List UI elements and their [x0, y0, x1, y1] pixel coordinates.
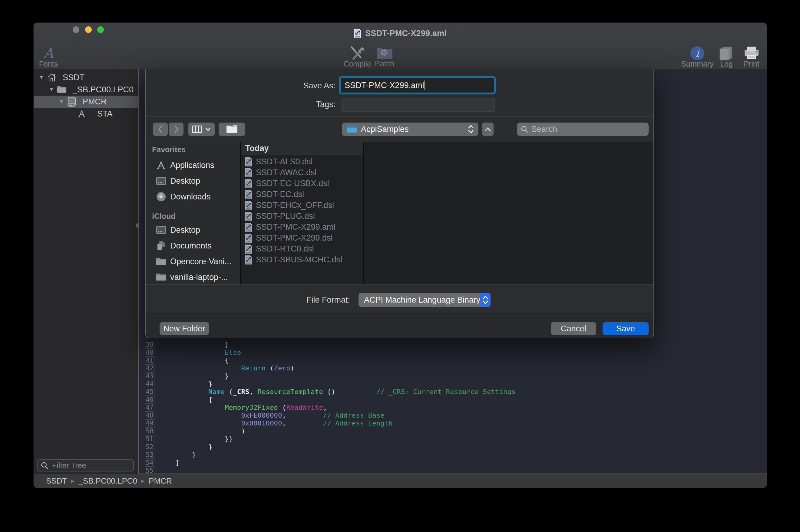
updown-chevrons-icon [480, 293, 490, 307]
toolbar-item-fonts[interactable]: A Fonts [34, 46, 67, 68]
place-label: Applications [170, 161, 215, 170]
file-name: SSDT-AWAC.dsl [256, 168, 317, 177]
favorites-header: Favorites [152, 145, 186, 154]
line-number: 51 [145, 435, 154, 443]
file-row-ssdt-als0.dsl[interactable]: SSDT-ALS0.dsl [241, 156, 363, 167]
tree-item-label: _SB.PC00.LPC0 [73, 85, 133, 94]
save-as-input[interactable]: SSDT-PMC-X299.aml [341, 78, 494, 93]
file-row-ssdt-sbus-mchc.dsl[interactable]: SSDT-SBUS-MCHC.dsl [241, 254, 363, 265]
document-icon [245, 255, 252, 264]
cancel-button[interactable]: Cancel [551, 322, 596, 335]
file-name: SSDT-RTC0.dsl [256, 244, 314, 253]
preview-column [364, 142, 653, 284]
print-icon [743, 46, 760, 60]
document-icon [245, 223, 252, 231]
file-browser: Favorites Applications Desktop Downloads… [146, 142, 653, 284]
dialog-button-band: New Folder Cancel Save [146, 313, 653, 338]
file-format-band: File Format: ACPI Machine Language Binar… [146, 284, 653, 313]
forward-button[interactable] [169, 122, 184, 136]
breadcrumb-pmcr[interactable]: PMCR [149, 476, 172, 486]
crumb-separator: ▸ [142, 477, 145, 484]
disclosure-triangle-icon[interactable]: ▼ [59, 99, 64, 104]
sidebar-favorites: Favorites Applications Desktop Downloads… [146, 142, 240, 284]
save-button[interactable]: Save [602, 322, 649, 335]
code-line-49: 0x00010000, // Address Length [175, 419, 393, 427]
back-button[interactable] [153, 122, 168, 136]
screen: SSDT-PMC-X299.aml A Fonts Compile⚙ Patch… [0, 0, 800, 532]
icloud-item-opencore-vani-[interactable]: Opencore-Vani... [146, 253, 240, 269]
disclosure-triangle-icon[interactable]: ▼ [39, 75, 44, 80]
new-folder-icon-button[interactable] [219, 122, 245, 136]
log-icon [719, 46, 734, 60]
breadcrumb-_sb.pc00.lpc0[interactable]: _SB.PC00.LPC0 [78, 476, 137, 486]
code-line-50: ) [175, 427, 245, 435]
file-group-header: Today [241, 142, 363, 155]
file-row-ssdt-plug.dsl[interactable]: SSDT-PLUG.dsl [241, 211, 363, 222]
tree-item-_sb.pc00.lpc0[interactable]: ▼_SB.PC00.LPC0 [34, 83, 138, 96]
toolbar-item-patch[interactable]: ⚙ Patch [366, 46, 403, 68]
view-mode-button[interactable] [188, 122, 215, 136]
favorites-item-applications[interactable]: Applications [146, 157, 240, 173]
file-row-ssdt-awac.dsl[interactable]: SSDT-AWAC.dsl [241, 167, 363, 178]
code-line-39: } [175, 341, 229, 348]
tree-item-_sta[interactable]: _STA [34, 108, 138, 120]
desktop-icon [156, 175, 167, 186]
file-row-ssdt-ec.dsl[interactable]: SSDT-EC.dsl [241, 189, 363, 200]
file-format-value: ACPI Machine Language Binary [364, 296, 480, 305]
file-format-popup[interactable]: ACPI Machine Language Binary [358, 293, 490, 307]
icloud-item-desktop[interactable]: Desktop [146, 222, 240, 238]
file-row-ssdt-ec-usbx.dsl[interactable]: SSDT-EC-USBX.dsl [241, 178, 363, 189]
breadcrumb-ssdt[interactable]: SSDT [46, 476, 67, 486]
window-title: SSDT-PMC-X299.aml [365, 29, 447, 38]
icloud-header: iCloud [152, 212, 175, 221]
patch-icon: ⚙ [376, 46, 393, 60]
search-icon [41, 461, 49, 469]
save-dialog-sheet: Save As: SSDT-PMC-X299.aml Tags: AcpiSam… [145, 69, 654, 338]
place-label: Opencore-Vani... [170, 257, 231, 266]
place-label: Documents [170, 241, 212, 251]
favorites-item-desktop[interactable]: Desktop [146, 173, 240, 189]
file-row-ssdt-pmc-x299.dsl[interactable]: SSDT-PMC-X299.dsl [241, 232, 363, 243]
icloud-item-vanilla-laptop-[interactable]: vanilla-laptop-... [146, 269, 240, 285]
file-name: SSDT-ALS0.dsl [256, 157, 313, 167]
folder-icon [57, 85, 67, 94]
file-name: SSDT-SBUS-MCHC.dsl [256, 255, 342, 265]
disclosure-triangle-icon[interactable]: ▼ [49, 87, 54, 92]
place-label: Desktop [170, 225, 200, 235]
location-popup[interactable]: AcpiSamples [342, 122, 479, 136]
line-number: 42 [145, 364, 154, 372]
code-line-48: 0xFE000000, // Address Base [175, 412, 385, 419]
file-format-label: File Format: [306, 296, 350, 305]
tree-item-ssdt[interactable]: ▼SSDT [34, 71, 138, 83]
favorites-item-downloads[interactable]: Downloads [146, 189, 240, 205]
device-icon [67, 97, 77, 107]
code-line-45: Name (_CRS, ResourceTemplate () // _CRS:… [175, 388, 516, 396]
icloud-item-documents[interactable]: Documents [146, 238, 240, 253]
file-row-ssdt-ehcx_off.dsl[interactable]: SSDT-EHCx_OFF.dsl [241, 200, 363, 211]
code-line-44: } [175, 380, 212, 388]
line-number: 52 [145, 443, 154, 451]
tags-input[interactable] [341, 98, 495, 112]
toolbar-item-print[interactable]: Print [733, 46, 767, 68]
line-number: 48 [145, 412, 154, 419]
search-input[interactable]: Search [517, 122, 649, 136]
file-row-ssdt-pmc-x299.aml[interactable]: SSDT-PMC-X299.aml [241, 222, 363, 232]
collapse-button[interactable] [482, 122, 494, 136]
window-header: SSDT-PMC-X299.aml A Fonts Compile⚙ Patch… [34, 23, 767, 69]
file-name: SSDT-PLUG.dsl [256, 211, 315, 221]
file-row-ssdt-rtc0.dsl[interactable]: SSDT-RTC0.dsl [241, 243, 363, 254]
tree-item-pmcr[interactable]: ▼PMCR [34, 96, 138, 108]
document-icon [245, 168, 252, 177]
separator [146, 116, 653, 117]
tree-item-label: PMCR [83, 97, 107, 107]
file-name: SSDT-EHCx_OFF.dsl [256, 201, 334, 210]
compile-icon [349, 46, 366, 60]
tree-item-label: _STA [93, 109, 113, 119]
filter-placeholder: Filter Tree [52, 461, 86, 470]
toolbar-label: Fonts [39, 60, 58, 68]
code-line-41: { [175, 357, 229, 364]
new-folder-button[interactable]: New Folder [160, 322, 209, 335]
filter-tree-input[interactable]: Filter Tree [37, 459, 134, 472]
app-window: SSDT-PMC-X299.aml A Fonts Compile⚙ Patch… [34, 23, 767, 488]
line-number: 47 [145, 404, 154, 412]
